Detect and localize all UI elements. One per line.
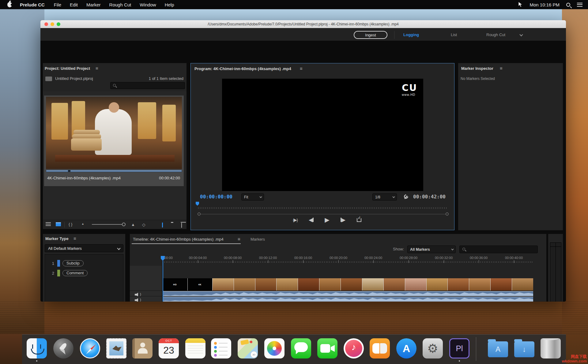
dock-launchpad[interactable]: [53, 338, 74, 358]
play-in-to-out-button[interactable]: {▶}: [291, 216, 299, 223]
close-button[interactable]: [44, 22, 48, 26]
apple-menu-icon[interactable]: [7, 2, 12, 7]
marker-label-comment[interactable]: Comment: [62, 270, 88, 276]
zoom-button[interactable]: [57, 22, 60, 26]
video-thumb: [298, 278, 319, 291]
menu-edit[interactable]: Edit: [70, 2, 78, 7]
tab-logging[interactable]: Logging: [403, 32, 419, 37]
dock-notes[interactable]: [185, 338, 205, 358]
dock-maps[interactable]: 3D: [238, 338, 258, 358]
tab-markers[interactable]: Markers: [251, 237, 265, 242]
clip-thumbnail-image[interactable]: [46, 97, 182, 169]
menu-marker[interactable]: Marker: [86, 2, 101, 7]
sort-order-icon[interactable]: ◇: [142, 222, 145, 227]
minimize-button[interactable]: [51, 22, 54, 26]
monitor-scroll-handle-left[interactable]: [198, 212, 201, 216]
timeline-search-input[interactable]: [459, 246, 538, 253]
video-thumb: [405, 278, 426, 291]
program-monitor-menu-icon[interactable]: ≡: [300, 66, 303, 71]
playback-resolution-dropdown[interactable]: 1/8: [372, 193, 397, 201]
project-bin-area[interactable]: 4K-Chimei-inn-60mbps (4ksamples) .mp4 00…: [43, 91, 187, 220]
dock-ibooks[interactable]: [370, 338, 390, 358]
spotlight-search-icon[interactable]: [566, 3, 570, 7]
dock-prelude[interactable]: Pl: [449, 338, 469, 358]
dock-facetime[interactable]: [317, 338, 337, 358]
clip-card-selected[interactable]: 4K-Chimei-inn-60mbps (4ksamples) .mp4 00…: [44, 96, 184, 186]
clip-hover-scrubber[interactable]: [46, 170, 182, 172]
zoom-out-icon[interactable]: ▲: [81, 222, 84, 225]
clip-brace-icon[interactable]: { }: [69, 222, 72, 227]
video-thumb: [512, 278, 533, 291]
dock-messages[interactable]: [291, 338, 311, 358]
timeline-playhead-flag[interactable]: [161, 256, 165, 261]
menu-help[interactable]: Help: [165, 2, 174, 7]
monitor-scrollbar-track[interactable]: [199, 214, 447, 214]
dock-contacts[interactable]: [132, 338, 153, 358]
monitor-scroll-handle-right[interactable]: [446, 212, 449, 216]
show-markers-dropdown[interactable]: All Markers: [407, 246, 456, 253]
menu-window[interactable]: Window: [140, 2, 156, 7]
clip-name-row[interactable]: 4K-Chimei-inn-60mbps (4ksamples) .mp4 00…: [44, 173, 184, 184]
tab-rough-cut[interactable]: Rough Cut: [486, 32, 505, 37]
menu-app-name[interactable]: Prelude CC: [20, 2, 45, 7]
clip-scrubber-handle[interactable]: [68, 170, 70, 172]
dock-system-preferences[interactable]: ⚙: [423, 338, 443, 358]
step-back-button[interactable]: ◀: [307, 216, 315, 223]
notification-center-icon[interactable]: [577, 3, 582, 7]
dock-applications-folder[interactable]: A: [488, 338, 508, 358]
delete-icon[interactable]: [181, 223, 182, 228]
timeline-menu-icon[interactable]: ≡: [238, 236, 240, 242]
marker-type-row-subclip[interactable]: 1 Subclip: [45, 259, 123, 268]
menu-rough-cut[interactable]: Rough Cut: [109, 2, 131, 7]
program-video-frame[interactable]: CU www.HD: [222, 79, 423, 191]
timeline-audio-clip-1[interactable]: [163, 291, 533, 296]
tab-ingest[interactable]: Ingest: [354, 31, 387, 39]
dock-photos[interactable]: [264, 338, 285, 358]
dock-downloads-folder[interactable]: ↓: [514, 338, 534, 358]
gear-icon: ⚙: [423, 338, 443, 358]
marker-inspector-menu-icon[interactable]: ≡: [500, 66, 503, 71]
timeline-video-clip[interactable]: HD 4K: [163, 278, 533, 291]
list-view-icon[interactable]: [46, 222, 51, 226]
marker-type-menu-icon[interactable]: ≡: [74, 236, 76, 241]
dock-itunes[interactable]: ♪: [344, 338, 364, 358]
monitor-time-ruler[interactable]: [198, 207, 447, 209]
messages-icon: [291, 338, 311, 358]
dock-app-store[interactable]: A: [396, 338, 417, 358]
timeline-playhead-line[interactable]: [163, 261, 163, 302]
dock-trash[interactable]: [541, 338, 561, 358]
thumbnail-zoom-slider[interactable]: [92, 224, 126, 225]
chevron-down-icon[interactable]: [519, 33, 523, 36]
dock-reminders[interactable]: [211, 338, 231, 358]
timeline-ruler-ticks[interactable]: [163, 261, 533, 263]
marker-filter-dropdown[interactable]: All Default Markers: [45, 244, 123, 252]
current-timecode[interactable]: 00:00:00:00: [200, 194, 232, 200]
menu-clock[interactable]: Mon 10:16 PM: [530, 2, 560, 7]
dock-safari[interactable]: [80, 338, 100, 358]
audio2-speaker-icon[interactable]: [135, 298, 140, 302]
zoom-slider-knob[interactable]: [122, 223, 126, 226]
play-button[interactable]: ▶: [323, 216, 331, 223]
zoom-in-icon[interactable]: ▲: [131, 222, 135, 227]
menu-file[interactable]: File: [54, 2, 61, 7]
export-frame-button[interactable]: [355, 216, 363, 223]
zoom-level-dropdown[interactable]: Fit: [241, 193, 264, 201]
navigate-up-icon[interactable]: [45, 77, 52, 81]
audio-meters-panel[interactable]: [548, 234, 563, 302]
dock-finder[interactable]: [27, 338, 47, 358]
marker-type-row-comment[interactable]: 2 Comment: [45, 268, 123, 278]
video-thumb: [341, 278, 362, 291]
window-title-bar[interactable]: /Users/dmx/Documents/Adobe/Prelude/7.0/P…: [40, 20, 566, 28]
dock-calendar[interactable]: OCT 23: [159, 338, 179, 358]
thumbnail-view-icon[interactable]: [56, 222, 61, 226]
step-back-bar: [313, 218, 314, 222]
project-search-input[interactable]: [110, 82, 185, 89]
dock-mail[interactable]: [106, 338, 126, 358]
timeline-audio-clip-2[interactable]: [163, 297, 533, 302]
step-forward-button[interactable]: ▶: [339, 216, 347, 223]
marker-label-subclip[interactable]: Subclip: [62, 260, 84, 266]
monitor-playhead[interactable]: [196, 202, 199, 206]
tab-timeline[interactable]: Timeline: 4K-Chimei-inn-60mbps (4ksample…: [133, 237, 224, 242]
project-panel-menu-icon[interactable]: ≡: [96, 66, 98, 71]
tab-list[interactable]: List: [451, 32, 457, 37]
